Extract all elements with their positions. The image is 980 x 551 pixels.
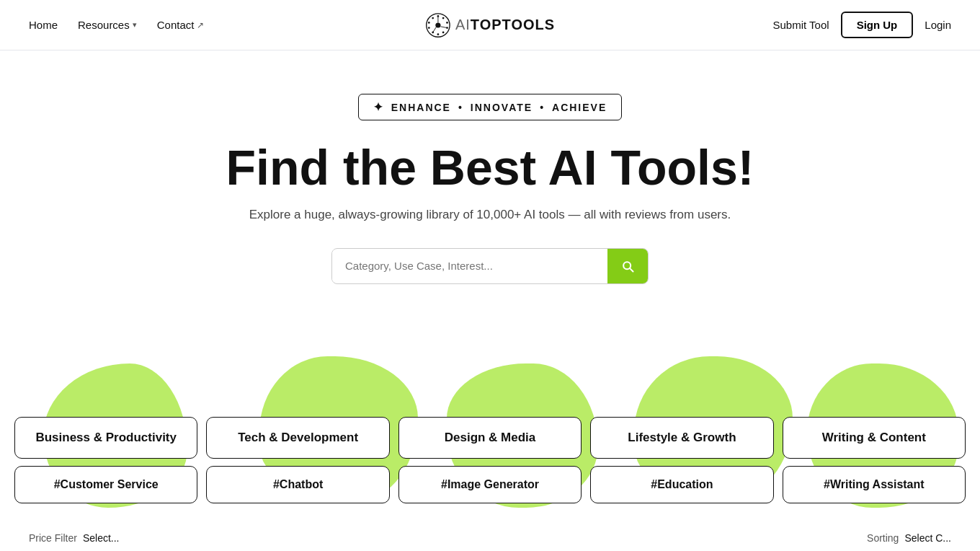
price-filter-label: Price Filter [29,532,77,544]
hero-subtitle: Explore a huge, always-growing library o… [249,208,731,222]
signup-button[interactable]: Sign Up [841,12,914,38]
star-icon: ✦ [373,100,384,114]
tag-card-customer-service[interactable]: #Customer Service [14,466,197,503]
navbar: Home Resources ▾ Contact ↗ [0,0,980,50]
badge-word2: INNOVATE [471,102,533,113]
svg-point-8 [428,27,430,29]
badge-word1: ENHANCE [391,102,451,113]
external-link-icon: ↗ [197,20,204,30]
svg-point-3 [446,22,448,24]
submit-tool-link[interactable]: Submit Tool [773,19,829,31]
nav-right: Submit Tool Sign Up Login [773,12,951,38]
cards-wrapper: Business & Productivity Tech & Developme… [0,327,980,506]
tag-card-image-generator[interactable]: #Image Generator [398,466,582,503]
category-card-business[interactable]: Business & Productivity [14,417,197,459]
price-filter-area: Price Filter Select... [29,532,120,544]
search-bar [331,248,649,284]
sorting-label: Sorting [867,532,899,544]
nav-resources[interactable]: Resources ▾ [78,19,137,31]
sorting-area: Sorting Select C... [867,532,951,544]
hero-badge: ✦ ENHANCE • INNOVATE • ACHIEVE [358,94,623,120]
category-card-writing[interactable]: Writing & Content [783,417,966,459]
badge-dot1: • [458,102,463,113]
category-card-tech[interactable]: Tech & Development [206,417,389,459]
nav-contact[interactable]: Contact ↗ [157,19,205,31]
search-icon [620,259,635,273]
svg-point-11 [435,22,440,27]
logo-icon [425,12,451,38]
categories-section: Business & Productivity Tech & Developme… [0,327,980,521]
hero-title: Find the Best AI Tools! [226,141,754,195]
site-logo[interactable]: AITOPTOOLS [425,12,555,38]
badge-word3: ACHIEVE [552,102,607,113]
svg-point-10 [432,17,434,19]
svg-point-9 [428,22,430,24]
hero-section: ✦ ENHANCE • INNOVATE • ACHIEVE Find the … [0,50,980,327]
tag-card-writing-assistant[interactable]: #Writing Assistant [783,466,966,503]
category-card-lifestyle[interactable]: Lifestyle & Growth [590,417,773,459]
sorting-value[interactable]: Select C... [904,532,951,544]
svg-line-14 [433,27,437,32]
category-card-design[interactable]: Design & Media [398,417,582,459]
svg-line-13 [441,26,447,27]
tag-card-chatbot[interactable]: #Chatbot [206,466,389,503]
chevron-down-icon: ▾ [133,20,137,30]
logo-text: AITOPTOOLS [455,17,555,33]
nav-left: Home Resources ▾ Contact ↗ [29,19,204,31]
nav-home[interactable]: Home [29,19,58,31]
tag-cards-row: #Customer Service #Chatbot #Image Genera… [10,463,970,506]
search-input[interactable] [332,250,607,282]
svg-point-5 [442,31,445,33]
svg-point-2 [442,17,445,19]
search-button[interactable] [607,249,648,283]
svg-point-6 [437,33,440,35]
price-filter-value[interactable]: Select... [83,532,120,544]
bottom-bar: Price Filter Select... Sorting Select C.… [0,521,980,544]
category-cards-row: Business & Productivity Tech & Developme… [10,414,970,462]
login-link[interactable]: Login [925,19,951,31]
badge-dot2: • [540,102,545,113]
tag-card-education[interactable]: #Education [590,466,773,503]
